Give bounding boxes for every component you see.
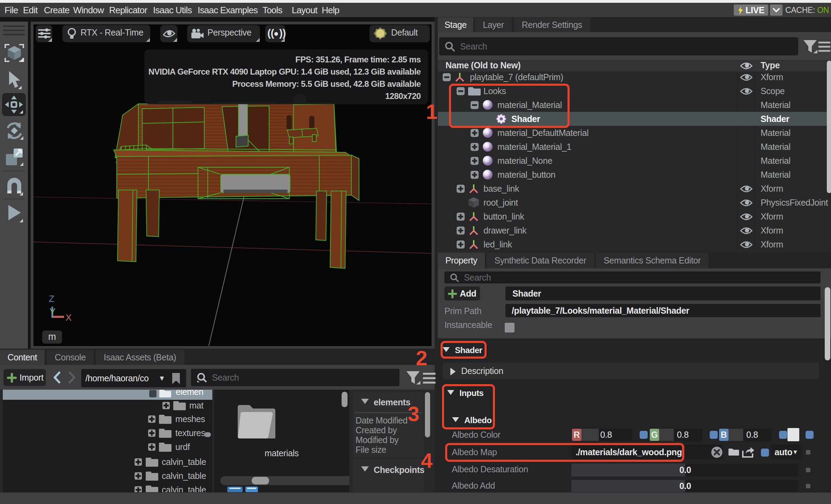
svg-text:Z: Z: [49, 293, 54, 304]
svg-text:X: X: [66, 312, 71, 323]
svg-text:Y: Y: [49, 306, 55, 317]
